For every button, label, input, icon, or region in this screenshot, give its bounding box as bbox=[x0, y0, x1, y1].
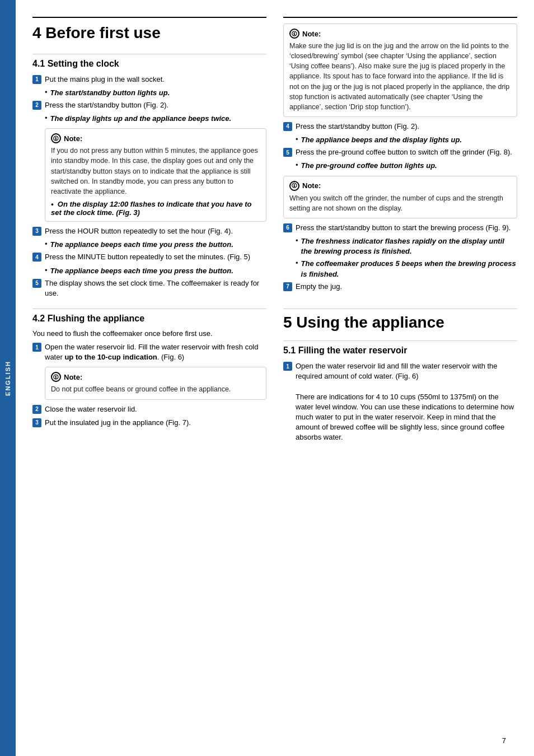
chapter5-top-rule bbox=[283, 309, 517, 309]
chapter4-title: 4 Before first use bbox=[32, 24, 266, 43]
step-number-5: 5 bbox=[32, 279, 41, 288]
step-4-1-5: 5 The display shows the set clock time. … bbox=[32, 278, 266, 298]
bullet-text-4-1: The appliance beeps each time you press … bbox=[50, 266, 233, 276]
step-4-2-3: 3 Put the insulated jug in the appliance… bbox=[32, 418, 266, 428]
step-4-2-2: 2 Close the water reservoir lid. bbox=[32, 404, 266, 414]
step-right-7: 7 Empty the jug. bbox=[283, 282, 517, 292]
bullet-text-1-2: The display lights up and the appliance … bbox=[50, 114, 232, 124]
step-51-number-1: 1 bbox=[283, 362, 292, 371]
step-42-text-3: Put the insulated jug in the appliance (… bbox=[45, 418, 266, 428]
step-right-6: 6 Press the start/standby button to star… bbox=[283, 223, 517, 233]
bullet-4-1: The appliance beeps each time you press … bbox=[45, 266, 266, 276]
chapter5-heading: Using the appliance bbox=[296, 314, 444, 331]
note-text-right-middle: When you switch off the grinder, the num… bbox=[289, 193, 511, 213]
note-label-2: Note: bbox=[64, 373, 82, 381]
note-header-1: 🛈 Note: bbox=[51, 133, 260, 143]
sidebar-label: ENGLISH bbox=[4, 361, 11, 396]
step-right-number-4: 4 bbox=[283, 122, 292, 131]
note-box-right-middle: 🛈 Note: When you switch off the grinder,… bbox=[283, 176, 517, 218]
step-right-number-6: 6 bbox=[283, 223, 292, 232]
step-4-1-4: 4 Press the MINUTE button repeatedly to … bbox=[32, 252, 266, 262]
bullet-right-4-1: The appliance beeps and the display ligh… bbox=[296, 135, 517, 145]
note-box-right-top: 🛈 Note: Make sure the jug lid is on the … bbox=[283, 24, 517, 117]
chapter5-number: 5 bbox=[283, 314, 292, 331]
main-content: 4 Before first use 4.1 Setting the clock… bbox=[16, 0, 534, 756]
bullet-right-6-2: The coffeemaker produces 5 beeps when th… bbox=[296, 259, 517, 279]
step-right-text-7: Empty the jug. bbox=[296, 282, 517, 292]
step-42-number-3: 3 bbox=[32, 418, 41, 427]
step-4-2-1: 1 Open the water reservoir lid. Fill the… bbox=[32, 342, 266, 362]
note-label-1: Note: bbox=[64, 134, 82, 143]
step-number-2: 2 bbox=[32, 101, 41, 110]
bullet-text-1-1: The start/standby button lights up. bbox=[50, 88, 170, 98]
note-icon-1: 🛈 bbox=[51, 133, 61, 143]
note-label-right-top: Note: bbox=[302, 30, 321, 38]
note-text-right-top: Make sure the jug lid is on the jug and … bbox=[289, 41, 511, 112]
chapter4-number: 4 bbox=[32, 24, 41, 41]
note-icon-right-top: 🛈 bbox=[289, 29, 299, 39]
step-text-2: Press the start/standby button (Fig. 2). bbox=[45, 100, 266, 110]
note-header-right-top: 🛈 Note: bbox=[289, 29, 511, 39]
step-number-4: 4 bbox=[32, 253, 41, 262]
step-text-1: Put the mains plug in the wall socket. bbox=[45, 74, 266, 85]
step-right-4: 4 Press the start/standby button (Fig. 2… bbox=[283, 122, 517, 132]
chapter5-title: 5 Using the appliance bbox=[283, 314, 517, 332]
note-bullet-text-1: • On the display 12:00 flashes to indica… bbox=[51, 200, 252, 217]
section51-title: 5.1 Filling the water reservoir bbox=[283, 346, 517, 356]
step-42-number-1: 1 bbox=[32, 343, 41, 352]
bullet-1-1: The start/standby button lights up. bbox=[45, 88, 266, 98]
bullet-right-6-1: The freshness indicator flashes rapidly … bbox=[296, 236, 517, 256]
step-42-text-1: Open the water reservoir lid. Fill the w… bbox=[45, 342, 266, 362]
right-top-rule bbox=[283, 17, 517, 18]
bullet-right-text-6-2: The coffeemaker produces 5 beeps when th… bbox=[301, 259, 517, 279]
bullet-right-text-5-1: The pre-ground coffee button lights up. bbox=[301, 161, 437, 171]
step-number-3: 3 bbox=[32, 227, 41, 236]
step-42-text-2: Close the water reservoir lid. bbox=[45, 404, 266, 414]
sidebar: ENGLISH bbox=[0, 0, 16, 756]
step-5-1-1: 1 Open the water reservoir lid and fill … bbox=[283, 361, 517, 443]
step-4-1-3: 3 Press the HOUR button repeatedly to se… bbox=[32, 226, 266, 236]
section41-rule bbox=[32, 54, 266, 54]
note-icon-2: 🛈 bbox=[51, 372, 61, 382]
note-icon-right-middle: 🛈 bbox=[289, 181, 299, 191]
right-column: 🛈 Note: Make sure the jug lid is on the … bbox=[283, 17, 517, 739]
note-header-2: 🛈 Note: bbox=[51, 372, 260, 382]
note-header-right-middle: 🛈 Note: bbox=[289, 181, 511, 191]
step-right-text-4: Press the start/standby button (Fig. 2). bbox=[296, 122, 517, 132]
note-text-1: If you do not press any button within 5 … bbox=[51, 146, 260, 197]
step-42-number-2: 2 bbox=[32, 405, 41, 414]
section42-title: 4.2 Flushing the appliance bbox=[32, 314, 266, 324]
step-4-1-1: 1 Put the mains plug in the wall socket. bbox=[32, 74, 266, 85]
section42-rule bbox=[32, 309, 266, 309]
note-box-2: 🛈 Note: Do not put coffee beans or groun… bbox=[45, 367, 266, 399]
step-right-number-5: 5 bbox=[283, 148, 292, 157]
bullet-3-1: The appliance beeps each time you press … bbox=[45, 240, 266, 250]
bold-10cup: up to the 10-cup indication bbox=[64, 353, 157, 361]
top-rule bbox=[32, 17, 266, 18]
step-text-4: Press the MINUTE button repeatedly to se… bbox=[45, 252, 266, 262]
bullet-1-2: The display lights up and the appliance … bbox=[45, 114, 266, 124]
note-bullet-1: • On the display 12:00 flashes to indica… bbox=[51, 200, 260, 217]
bullet-right-text-4-1: The appliance beeps and the display ligh… bbox=[301, 135, 462, 145]
step-right-5: 5 Press the pre-ground coffee button to … bbox=[283, 147, 517, 157]
step-text-5: The display shows the set clock time. Th… bbox=[45, 278, 266, 298]
step-right-text-6: Press the start/standby button to start … bbox=[296, 223, 517, 233]
note-text-2: Do not put coffee beans or ground coffee… bbox=[51, 384, 260, 394]
section42-intro: You need to flush the coffeemaker once b… bbox=[32, 329, 266, 338]
page-number: 7 bbox=[502, 736, 506, 745]
note-box-1: 🛈 Note: If you do not press any button w… bbox=[45, 128, 266, 222]
bullet-right-text-6-1: The freshness indicator flashes rapidly … bbox=[301, 236, 517, 256]
note-label-right-middle: Note: bbox=[302, 181, 321, 190]
section41-title: 4.1 Setting the clock bbox=[32, 59, 266, 69]
step-right-number-7: 7 bbox=[283, 282, 292, 291]
bullet-text-3-1: The appliance beeps each time you press … bbox=[50, 240, 233, 250]
step-51-text-1: Open the water reservoir lid and fill th… bbox=[296, 361, 517, 443]
section51-rule bbox=[283, 340, 517, 341]
step-4-1-2: 2 Press the start/standby button (Fig. 2… bbox=[32, 100, 266, 110]
bullet-right-5-1: The pre-ground coffee button lights up. bbox=[296, 161, 517, 171]
left-column: 4 Before first use 4.1 Setting the clock… bbox=[32, 17, 266, 739]
step-number-1: 1 bbox=[32, 75, 41, 84]
step-text-3: Press the HOUR button repeatedly to set … bbox=[45, 226, 266, 236]
step-right-text-5: Press the pre-ground coffee button to sw… bbox=[296, 147, 517, 157]
chapter4-heading: Before first use bbox=[45, 24, 160, 41]
